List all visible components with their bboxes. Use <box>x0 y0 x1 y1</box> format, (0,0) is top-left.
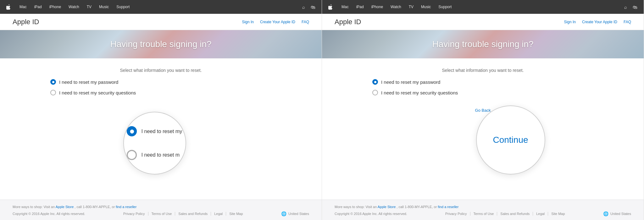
mag-radio-security: I need to reset m <box>127 150 182 160</box>
find-reseller-link-right[interactable]: find a reseller <box>438 205 458 209</box>
globe-icon-right: 🌐 <box>603 211 608 216</box>
top-nav-right: Mac iPad iPhone Watch TV Music Support ⌕… <box>322 0 644 14</box>
apple-logo-left <box>6 4 11 10</box>
radio-label-password-right: I need to reset my password <box>381 79 440 85</box>
magnify-overlay: I need to reset my I need to reset m <box>123 112 186 174</box>
mag-label-password: I need to reset my <box>142 128 182 134</box>
nav-ipad-left[interactable]: iPad <box>31 0 46 14</box>
radio-security-left[interactable]: I need to reset my security questions <box>50 90 136 95</box>
footer-links-right: Privacy Policy Terms of Use Sales and Re… <box>442 212 568 216</box>
subtitle-right: Select what information you want to rese… <box>442 68 524 73</box>
footer-links-left: Privacy Policy Terms of Use Sales and Re… <box>120 212 246 216</box>
nav-iphone-left[interactable]: iPhone <box>46 0 65 14</box>
faq-link-left[interactable]: FAQ <box>302 20 309 24</box>
nav-mac-left[interactable]: Mac <box>16 0 31 14</box>
region-text-right: United States <box>610 212 631 216</box>
apple-id-title-right: Apple ID <box>335 18 564 26</box>
sign-in-link-left[interactable]: Sign In <box>242 20 254 24</box>
more-ways-text-left: More ways to shop: Visit an <box>13 205 55 209</box>
call-text-right: , call 1-800-MY-APPLE, or <box>397 205 437 209</box>
main-content-left: Select what information you want to rese… <box>0 58 322 200</box>
bag-icon-left[interactable]: 🛍 <box>311 4 315 10</box>
legal-link-left[interactable]: Legal <box>211 212 226 216</box>
copyright-left: Copyright © 2016 Apple Inc. All rights r… <box>13 212 85 216</box>
radio-circle-password-right <box>372 79 378 85</box>
bag-icon-right[interactable]: 🛍 <box>633 4 637 10</box>
nav-support-left[interactable]: Support <box>113 0 133 14</box>
sub-header-left: Apple ID Sign In Create Your Apple ID FA… <box>0 14 322 30</box>
mag-radio-circle-security <box>127 150 137 160</box>
radio-group-right: I need to reset my password I need to re… <box>372 79 458 95</box>
create-link-right[interactable]: Create Your Apple ID <box>582 20 617 24</box>
nav-tv-right[interactable]: TV <box>405 0 417 14</box>
hero-banner-right: Having trouble signing in? <box>322 30 644 58</box>
sub-nav-left: Sign In Create Your Apple ID FAQ <box>242 20 309 24</box>
subtitle-left: Select what information you want to rese… <box>120 68 202 73</box>
sign-in-link-right[interactable]: Sign In <box>564 20 576 24</box>
footer-top-right: More ways to shop: Visit an Apple Store … <box>335 205 631 209</box>
privacy-link-right[interactable]: Privacy Policy <box>442 212 470 216</box>
footer-top-left: More ways to shop: Visit an Apple Store … <box>13 205 309 209</box>
sitemap-link-left[interactable]: Site Map <box>226 212 246 216</box>
nav-music-left[interactable]: Music <box>95 0 113 14</box>
radio-group-left: I need to reset my password I need to re… <box>50 79 136 95</box>
continue-overlay[interactable]: Continue <box>476 105 545 174</box>
hero-banner-left: Having trouble signing in? <box>0 30 322 58</box>
radio-label-password-left: I need to reset my password <box>59 79 118 85</box>
sub-header-right: Apple ID Sign In Create Your Apple ID FA… <box>322 14 644 30</box>
nav-ipad-right[interactable]: iPad <box>353 0 368 14</box>
footer-left: More ways to shop: Visit an Apple Store … <box>0 200 322 220</box>
search-icon-right[interactable]: ⌕ <box>624 4 627 10</box>
nav-menu-right: Mac iPad iPhone Watch TV Music Support <box>338 0 624 14</box>
apple-id-title-left: Apple ID <box>13 18 242 26</box>
sales-link-right[interactable]: Sales and Refunds <box>497 212 533 216</box>
apple-store-link-right[interactable]: Apple Store <box>378 205 396 209</box>
nav-mac-right[interactable]: Mac <box>338 0 353 14</box>
sitemap-link-right[interactable]: Site Map <box>548 212 568 216</box>
search-icon-left[interactable]: ⌕ <box>302 4 305 10</box>
copyright-right: Copyright © 2016 Apple Inc. All rights r… <box>335 212 407 216</box>
left-panel: Mac iPad iPhone Watch TV Music Support ⌕… <box>0 0 322 220</box>
find-reseller-link-left[interactable]: find a reseller <box>116 205 136 209</box>
nav-music-right[interactable]: Music <box>417 0 435 14</box>
mag-radio-circle-password <box>127 126 137 136</box>
apple-logo-right <box>328 4 333 10</box>
main-content-right: Select what information you want to rese… <box>322 58 644 200</box>
continue-button-text[interactable]: Continue <box>493 135 528 145</box>
magnified-content: I need to reset my I need to reset m <box>127 126 182 160</box>
apple-store-link-left[interactable]: Apple Store <box>56 205 74 209</box>
action-row-right: Go Back <box>475 108 491 113</box>
create-link-left[interactable]: Create Your Apple ID <box>260 20 295 24</box>
footer-region-left: 🌐 United States <box>281 211 309 216</box>
more-ways-text-right: More ways to shop: Visit an <box>335 205 377 209</box>
radio-password-right[interactable]: I need to reset my password <box>372 79 458 85</box>
region-text-left: United States <box>288 212 309 216</box>
nav-watch-left[interactable]: Watch <box>65 0 83 14</box>
nav-iphone-right[interactable]: iPhone <box>368 0 387 14</box>
faq-link-right[interactable]: FAQ <box>624 20 631 24</box>
footer-right: More ways to shop: Visit an Apple Store … <box>322 200 644 220</box>
mag-radio-password: I need to reset my <box>127 126 182 136</box>
legal-link-right[interactable]: Legal <box>533 212 548 216</box>
radio-password-left[interactable]: I need to reset my password <box>50 79 136 85</box>
terms-link-right[interactable]: Terms of Use <box>470 212 497 216</box>
nav-support-right[interactable]: Support <box>435 0 455 14</box>
nav-watch-right[interactable]: Watch <box>387 0 405 14</box>
globe-icon-left: 🌐 <box>281 211 286 216</box>
nav-icons-left: ⌕ 🛍 <box>302 4 315 10</box>
footer-bottom-right: Copyright © 2016 Apple Inc. All rights r… <box>335 211 631 216</box>
top-nav-left: Mac iPad iPhone Watch TV Music Support ⌕… <box>0 0 322 14</box>
terms-link-left[interactable]: Terms of Use <box>148 212 175 216</box>
nav-tv-left[interactable]: TV <box>83 0 95 14</box>
footer-bottom-left: Copyright © 2016 Apple Inc. All rights r… <box>13 211 309 216</box>
call-text-left: , call 1-800-MY-APPLE, or <box>75 205 115 209</box>
privacy-link-left[interactable]: Privacy Policy <box>120 212 148 216</box>
go-back-link-right[interactable]: Go Back <box>475 108 491 113</box>
nav-icons-right: ⌕ 🛍 <box>624 4 637 10</box>
sales-link-left[interactable]: Sales and Refunds <box>175 212 211 216</box>
radio-circle-password-left <box>50 79 56 85</box>
radio-security-right[interactable]: I need to reset my security questions <box>372 90 458 95</box>
radio-label-security-right: I need to reset my security questions <box>381 90 458 95</box>
radio-label-security-left: I need to reset my security questions <box>59 90 136 95</box>
right-panel: Mac iPad iPhone Watch TV Music Support ⌕… <box>322 0 644 220</box>
